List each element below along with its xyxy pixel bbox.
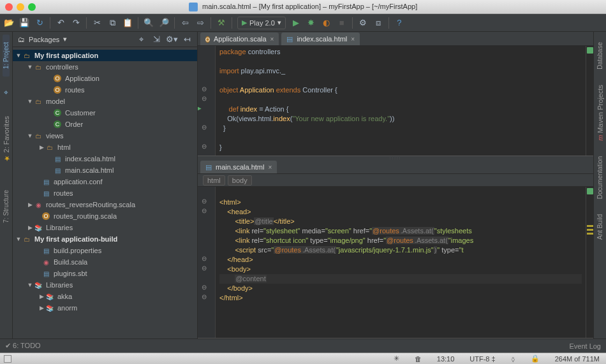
tool-favorites[interactable]: ★ 2: Favorites xyxy=(2,108,10,170)
project-panel: 🗂 Packages ▾ ⌖ ⇲ ⚙▾ ↤ ▼🗀My first applica… xyxy=(13,32,198,339)
copy-icon[interactable]: ⧉ xyxy=(107,18,117,28)
save-icon[interactable]: 💾 xyxy=(19,18,29,28)
tab-label: Application.scala xyxy=(214,35,267,43)
tree-folder-views[interactable]: ▼🗀views xyxy=(13,130,197,142)
editor-tabs-top: O Application.scala × ▤ index.scala.html… xyxy=(198,32,593,46)
gc-icon[interactable]: 🗑 xyxy=(415,355,422,363)
gutter-bottom: ⊖ ⊖ ⊖ ⊖ ⊖ ⊖ xyxy=(198,187,216,338)
tree-lib-akka[interactable]: ▶📚akka xyxy=(13,291,197,302)
tree-item-customer[interactable]: CCustomer xyxy=(13,107,197,119)
tree-folder-model[interactable]: ▼🗀model xyxy=(13,96,197,107)
tree-lib-anorm[interactable]: ▶📚anorm xyxy=(13,302,197,314)
open-icon[interactable]: 📂 xyxy=(4,18,14,28)
tree-libraries1[interactable]: ▶📚Libraries xyxy=(13,222,197,233)
memory-indicator[interactable]: 264M of 711M xyxy=(555,355,600,363)
project-tree: ▼🗀My first application ▼🗀controllers OAp… xyxy=(13,47,197,339)
tree-file-build-props[interactable]: ▤build.properties xyxy=(13,245,197,256)
coverage-icon[interactable]: ◐ xyxy=(321,18,332,28)
tree-file-plugins-sbt[interactable]: ▤plugins.sbt xyxy=(13,268,197,279)
tree-folder-controllers[interactable]: ▼🗀controllers xyxy=(13,61,197,73)
status-bar: ✔ 6: TODO Event Log xyxy=(0,339,606,353)
html-file-icon: ▤ xyxy=(205,163,212,171)
packages-icon: 🗂 xyxy=(18,36,25,43)
breadcrumb-body[interactable]: body xyxy=(228,175,252,186)
gutter-top: ⊖ ▶ ⊖ ⊖ ⊖ xyxy=(198,46,216,156)
project-structure-icon[interactable]: ⧈ xyxy=(373,18,383,28)
paste-icon[interactable]: 📋 xyxy=(122,18,133,28)
build-icon[interactable]: ⚒ xyxy=(216,18,226,28)
close-tab-icon[interactable]: × xyxy=(351,36,355,43)
tool-ant[interactable]: Ant Build xyxy=(596,207,603,247)
tool-database[interactable]: Database xyxy=(596,34,603,77)
tab-index-scala-html[interactable]: ▤ index.scala.html × xyxy=(281,33,360,45)
code-body-bottom[interactable]: <html> <head> <title>@title</title> <lin… xyxy=(216,187,586,338)
tree-item-order[interactable]: COrder xyxy=(13,119,197,130)
marker-strip-top[interactable] xyxy=(586,46,593,156)
chevron-down-icon: ▾ xyxy=(277,18,281,27)
sync-icon[interactable]: ↻ xyxy=(34,18,45,28)
chevron-down-icon[interactable]: ▾ xyxy=(63,35,67,43)
breadcrumb-html[interactable]: html xyxy=(203,175,225,186)
right-tool-gutter: Database m Maven Projects Documentation … xyxy=(593,32,606,339)
encoding-indicator[interactable]: UTF-8 ‡ xyxy=(469,355,495,363)
todo-label: 6: TODO xyxy=(13,342,41,349)
scroll-from-source-icon[interactable]: ⌖ xyxy=(136,34,146,45)
tree-file-main-html[interactable]: ▤main.scala.html xyxy=(13,164,197,176)
forward-icon[interactable]: ⇨ xyxy=(195,18,205,28)
help-icon[interactable]: ? xyxy=(394,18,404,28)
tree-item-application[interactable]: OApplication xyxy=(13,73,197,84)
todo-tool[interactable]: ✔ 6: TODO xyxy=(5,342,41,350)
tree-root-build[interactable]: ▼🗀My first application-build xyxy=(13,233,197,245)
settings-icon[interactable]: ⚙ xyxy=(358,18,368,28)
undo-icon[interactable]: ↶ xyxy=(55,18,66,28)
run-config-label: Play 2.0 xyxy=(249,19,275,27)
code-editor-top[interactable]: ⊖ ▶ ⊖ ⊖ ⊖ package controllers import pla… xyxy=(198,46,593,156)
run-config-selector[interactable]: ▶ Play 2.0 ▾ xyxy=(237,17,286,29)
editor-breadcrumb: html body xyxy=(198,174,593,187)
gear-icon[interactable]: ⚙▾ xyxy=(166,34,177,45)
tab-label: main.scala.html xyxy=(216,163,264,171)
tool-structure[interactable]: 7: Structure xyxy=(3,182,10,231)
tree-file-build-scala[interactable]: ◉Build.scala xyxy=(13,256,197,268)
cut-icon[interactable]: ✂ xyxy=(92,18,102,28)
tree-libraries2[interactable]: ▼📚Libraries xyxy=(13,279,197,291)
run-button[interactable]: ▶ xyxy=(291,18,301,27)
tool-project[interactable]: 1: Project xyxy=(3,34,10,76)
panel-title[interactable]: Packages xyxy=(29,36,59,43)
run-config-play-icon: ▶ xyxy=(242,18,247,27)
stop-icon[interactable]: ■ xyxy=(337,18,347,28)
marker-strip-bottom[interactable] xyxy=(586,187,593,338)
toolbar-separator xyxy=(174,17,175,29)
hide-panel-icon[interactable]: ↤ xyxy=(182,34,192,45)
tool-maven[interactable]: m Maven Projects xyxy=(596,77,604,149)
tree-file-routes2[interactable]: ▤routes xyxy=(13,187,197,199)
tool-documentation[interactable]: Documentation xyxy=(596,149,603,207)
bg-process-icon[interactable]: ✳ xyxy=(394,354,399,363)
insert-mode-icon[interactable]: ⎀ xyxy=(511,355,515,363)
toolbar-separator xyxy=(86,17,87,29)
close-tab-icon[interactable]: × xyxy=(270,36,274,43)
code-editor-bottom[interactable]: ⊖ ⊖ ⊖ ⊖ ⊖ ⊖ <html> <head> <title>@title<… xyxy=(198,187,593,338)
tree-folder-html[interactable]: ▶🗀html xyxy=(13,142,197,153)
collapse-icon[interactable]: ⇲ xyxy=(151,34,161,45)
tab-application-scala[interactable]: O Application.scala × xyxy=(200,33,279,45)
tree-item-routes[interactable]: Oroutes xyxy=(13,84,197,96)
tab-main-scala-html[interactable]: ▤ main.scala.html × xyxy=(200,161,277,173)
back-icon[interactable]: ⇦ xyxy=(180,18,190,28)
tool-project-icon[interactable]: ⌖ xyxy=(4,88,8,97)
lock-icon[interactable]: 🔒 xyxy=(531,354,540,363)
replace-icon[interactable]: 🔎 xyxy=(159,18,169,28)
event-log-button[interactable]: Event Log xyxy=(569,342,601,350)
code-body-top[interactable]: package controllers import play.api.mvc.… xyxy=(216,46,586,156)
redo-icon[interactable]: ↷ xyxy=(71,18,81,28)
tree-file-app-conf[interactable]: ▤application.conf xyxy=(13,176,197,187)
tree-file-index-html[interactable]: ▤index.scala.html xyxy=(13,153,197,164)
close-tab-icon[interactable]: × xyxy=(268,164,272,171)
debug-button[interactable]: ✸ xyxy=(306,18,316,27)
tree-root-app[interactable]: ▼🗀My first application xyxy=(13,50,197,61)
tree-file-routes-routing[interactable]: Oroutes_routing.scala xyxy=(13,210,197,222)
tool-windows-toggle[interactable] xyxy=(4,355,11,363)
line-column-indicator[interactable]: 13:10 xyxy=(437,355,455,363)
tree-file-reverse-routing[interactable]: ▶◉routes_reverseRouting.scala xyxy=(13,199,197,210)
find-icon[interactable]: 🔍 xyxy=(144,18,154,28)
